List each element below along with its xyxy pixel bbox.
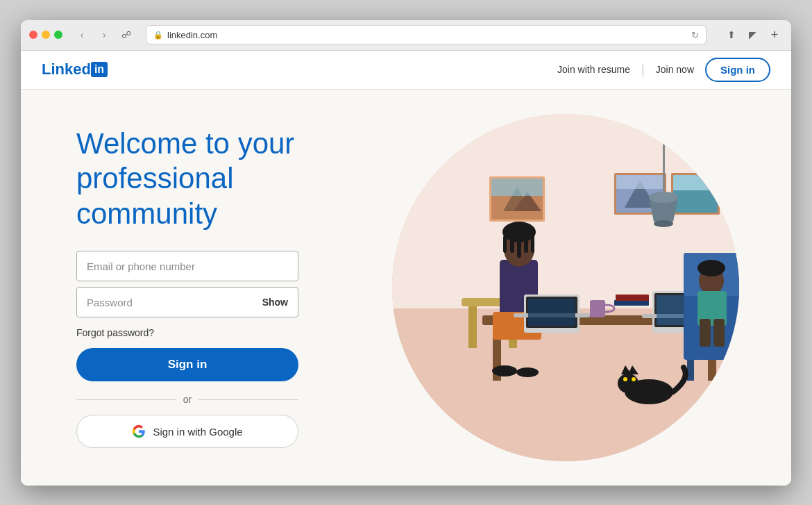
left-panel: Welcome to your professional community S… bbox=[76, 126, 368, 448]
share-button[interactable]: ⬆ bbox=[723, 26, 740, 43]
google-icon bbox=[132, 424, 146, 438]
lock-icon: 🔒 bbox=[153, 31, 163, 40]
or-line-right bbox=[198, 399, 298, 400]
svg-rect-39 bbox=[614, 300, 649, 306]
linkedin-logo: Linked in bbox=[42, 60, 108, 78]
main-section: Welcome to your professional community S… bbox=[21, 90, 791, 486]
svg-point-58 bbox=[618, 374, 638, 393]
join-with-resume-link[interactable]: Join with resume bbox=[557, 64, 630, 75]
refresh-button[interactable]: ↻ bbox=[691, 30, 699, 40]
svg-rect-31 bbox=[503, 235, 507, 253]
svg-rect-28 bbox=[510, 232, 514, 253]
svg-rect-50 bbox=[687, 360, 694, 381]
right-panel bbox=[382, 114, 750, 461]
svg-point-62 bbox=[632, 377, 636, 381]
svg-rect-7 bbox=[491, 179, 543, 196]
header-nav: Join with resume | Join now Sign in bbox=[557, 58, 770, 82]
svg-rect-55 bbox=[700, 319, 711, 347]
header-sign-in-button[interactable]: Sign in bbox=[705, 58, 770, 82]
sign-in-button[interactable]: Sign in bbox=[76, 348, 298, 381]
svg-rect-23 bbox=[468, 306, 477, 348]
logo-linked-text: Linked bbox=[42, 60, 91, 78]
new-tab-button[interactable]: + bbox=[766, 26, 783, 43]
svg-rect-56 bbox=[713, 319, 725, 347]
new-window-button[interactable]: ◤ bbox=[744, 26, 761, 43]
google-sign-in-label: Sign in with Google bbox=[153, 426, 242, 438]
email-input[interactable] bbox=[76, 251, 298, 281]
or-divider: or bbox=[76, 394, 298, 405]
join-now-link[interactable]: Join now bbox=[656, 64, 694, 75]
browser-titlebar: ‹ › ☍ 🔒 linkedin.com ↻ ⬆ ◤ + bbox=[21, 20, 791, 51]
linkedin-header: Linked in Join with resume | Join now Si… bbox=[21, 51, 791, 90]
svg-point-53 bbox=[697, 260, 725, 276]
svg-point-63 bbox=[492, 365, 517, 376]
logo-in-box: in bbox=[91, 62, 108, 77]
close-traffic-light[interactable] bbox=[29, 31, 37, 39]
reader-button[interactable]: ☍ bbox=[118, 26, 135, 43]
illustration-circle bbox=[392, 114, 739, 461]
back-button[interactable]: ‹ bbox=[74, 26, 90, 43]
svg-rect-37 bbox=[528, 299, 575, 326]
svg-point-64 bbox=[516, 367, 539, 377]
illustration-svg bbox=[392, 114, 739, 461]
google-sign-in-button[interactable]: Sign in with Google bbox=[76, 415, 298, 448]
svg-rect-11 bbox=[616, 175, 664, 189]
svg-rect-29 bbox=[517, 233, 521, 258]
nav-divider: | bbox=[641, 63, 645, 77]
minimize-traffic-light[interactable] bbox=[42, 31, 50, 39]
svg-rect-16 bbox=[663, 114, 665, 197]
toolbar-right: ⬆ ◤ bbox=[723, 26, 761, 43]
forward-button[interactable]: › bbox=[96, 26, 112, 43]
fullscreen-traffic-light[interactable] bbox=[54, 31, 62, 39]
svg-point-17 bbox=[654, 220, 673, 227]
svg-point-18 bbox=[649, 192, 678, 203]
svg-rect-14 bbox=[673, 190, 718, 213]
forgot-password-link[interactable]: Forgot password? bbox=[76, 327, 368, 338]
svg-rect-32 bbox=[531, 233, 534, 253]
svg-rect-30 bbox=[524, 231, 528, 253]
or-text: or bbox=[183, 394, 192, 405]
svg-rect-40 bbox=[616, 295, 649, 301]
page-content: Linked in Join with resume | Join now Si… bbox=[21, 51, 791, 486]
password-form-group: Show bbox=[76, 287, 368, 317]
url-text: linkedin.com bbox=[167, 30, 687, 40]
show-password-button[interactable]: Show bbox=[262, 297, 288, 308]
address-bar[interactable]: 🔒 linkedin.com ↻ bbox=[146, 25, 707, 44]
svg-rect-38 bbox=[590, 300, 605, 317]
svg-point-61 bbox=[623, 377, 627, 381]
svg-rect-15 bbox=[673, 175, 718, 190]
traffic-lights bbox=[29, 31, 62, 39]
password-wrapper: Show bbox=[76, 287, 298, 317]
email-form-group bbox=[76, 251, 368, 281]
browser-window: ‹ › ☍ 🔒 linkedin.com ↻ ⬆ ◤ + Linked in J… bbox=[21, 20, 791, 486]
welcome-heading: Welcome to your professional community bbox=[76, 126, 368, 231]
password-input[interactable] bbox=[87, 297, 262, 308]
or-line-left bbox=[76, 399, 176, 400]
